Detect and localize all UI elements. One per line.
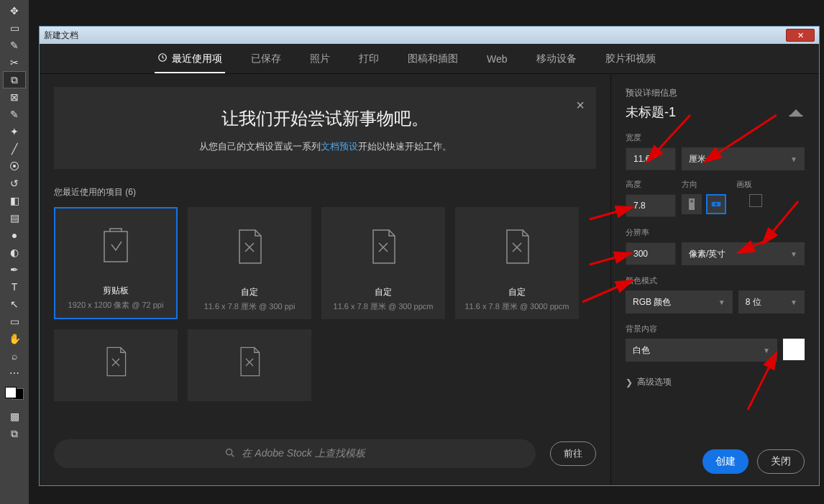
chevron-down-icon: ▼ [790, 250, 797, 258]
tool-more[interactable]: ⋯ [4, 365, 25, 381]
svg-rect-1 [104, 232, 127, 262]
tab-recent[interactable]: 最近使用项 [155, 45, 225, 73]
tool-eyedropper[interactable]: ✎ [4, 106, 25, 122]
chevron-down-icon: ▼ [790, 298, 797, 306]
preset-card[interactable] [54, 329, 178, 401]
category-tabs: 最近使用项 已保存 照片 打印 图稿和插图 Web 移动设备 胶片和视频 [40, 44, 819, 74]
preset-card[interactable]: 剪贴板 1920 x 1200 像素 @ 72 ppi [54, 207, 178, 319]
tool-eraser[interactable]: ◧ [4, 193, 25, 209]
bitdepth-select[interactable]: 8 位 ▼ [738, 290, 805, 313]
tool-history[interactable]: ↺ [4, 175, 25, 191]
background-color-swatch[interactable] [783, 339, 805, 360]
tool-frame[interactable]: ⊠ [4, 89, 25, 105]
width-input[interactable]: 11.6 [626, 147, 676, 170]
tool-marquee[interactable]: ▭ [4, 20, 25, 36]
chevron-right-icon: ❯ [626, 377, 633, 388]
colormode-select[interactable]: RGB 颜色 ▼ [626, 290, 733, 313]
templates-panel: × 让我们开始尝试新事物吧。 从您自己的文档设置或一系列文档预设开始以快速开始工… [40, 74, 610, 485]
tool-shape[interactable]: ▭ [4, 313, 25, 329]
details-header: 预设详细信息 [626, 87, 805, 99]
tab-saved[interactable]: 已保存 [248, 45, 284, 73]
resolution-input[interactable]: 300 [626, 242, 676, 265]
preset-card[interactable]: 自定 11.6 x 7.8 厘米 @ 300 ppi [188, 207, 311, 319]
tool-text[interactable]: T [4, 279, 25, 295]
doc-presets-link[interactable]: 文档预设 [321, 141, 358, 152]
tool-quickmask[interactable]: ▩ [4, 408, 25, 424]
tab-web[interactable]: Web [484, 46, 511, 72]
preset-details-panel: 预设详细信息 未标题-1 宽度 11.6 厘米 ▼ 高度 方向 画板 [610, 74, 819, 485]
dialog-title: 新建文档 [44, 29, 78, 42]
tool-pen[interactable]: ✒ [4, 262, 25, 278]
svg-point-7 [715, 203, 717, 205]
height-input[interactable]: 7.8 [626, 194, 676, 217]
tool-quick-select[interactable]: ✂ [4, 55, 25, 70]
tool-hand[interactable]: ✋ [4, 331, 25, 347]
tool-path[interactable]: ↖ [4, 296, 25, 312]
document-name[interactable]: 未标题-1 [626, 104, 676, 121]
intro-title: 让我们开始尝试新事物吧。 [83, 107, 567, 130]
resolution-unit-select[interactable]: 像素/英寸 ▼ [682, 242, 805, 265]
chevron-down-icon: ▼ [718, 298, 725, 306]
search-icon [224, 447, 236, 461]
tool-screenmode[interactable]: ⧉ [4, 426, 25, 441]
tool-lasso[interactable]: ✎ [4, 37, 25, 53]
tab-print[interactable]: 打印 [356, 45, 382, 73]
orientation-landscape[interactable] [706, 194, 726, 214]
svg-rect-3 [789, 115, 803, 116]
tools-toolbar: ✥ ▭ ✎ ✂ ⧉ ⊠ ✎ ✦ ╱ ⦿ ↺ ◧ ▤ ● ◐ ✒ T ↖ ▭ ✋ … [0, 0, 29, 504]
preset-card[interactable]: 自定 11.6 x 7.8 厘米 @ 300 ppcm [321, 207, 445, 319]
stock-go-button[interactable]: 前往 [550, 441, 596, 466]
new-document-dialog: 新建文档 ✕ 最近使用项 已保存 照片 打印 图稿和插图 Web 移动设备 胶片… [39, 26, 820, 486]
advanced-options-toggle[interactable]: ❯ 高级选项 [626, 376, 805, 388]
svg-point-5 [690, 200, 693, 203]
unit-select[interactable]: 厘米 ▼ [682, 147, 805, 170]
clock-icon [157, 52, 168, 65]
recent-grid-row2 [54, 329, 596, 401]
preset-card[interactable] [188, 329, 311, 401]
tool-dodge[interactable]: ◐ [4, 244, 25, 260]
chevron-down-icon: ▼ [763, 347, 770, 354]
intro-subtitle: 从您自己的文档设置或一系列文档预设开始以快速开始工作。 [83, 140, 567, 153]
tool-move[interactable]: ✥ [4, 3, 25, 19]
tab-film[interactable]: 胶片和视频 [603, 45, 659, 73]
tool-gradient[interactable]: ▤ [4, 210, 25, 226]
close-button[interactable]: 关闭 [757, 449, 805, 474]
tool-brush[interactable]: ╱ [4, 141, 25, 157]
color-swatch[interactable] [5, 387, 24, 400]
svg-point-2 [226, 449, 232, 454]
dialog-close-button[interactable]: ✕ [786, 29, 815, 42]
chevron-down-icon: ▼ [790, 155, 797, 163]
intro-card: × 让我们开始尝试新事物吧。 从您自己的文档设置或一系列文档预设开始以快速开始工… [54, 87, 596, 169]
dialog-titlebar: 新建文档 ✕ [40, 27, 819, 44]
preset-card[interactable]: 自定 11.6 x 7.8 厘米 @ 3000 ppcm [455, 207, 579, 319]
artboard-checkbox[interactable] [749, 194, 762, 207]
background-select[interactable]: 白色 ▼ [626, 339, 777, 362]
stock-search-input[interactable]: 在 Adobe Stock 上查找模板 [54, 439, 536, 468]
save-preset-icon[interactable] [787, 106, 805, 119]
tool-stamp[interactable]: ⦿ [4, 158, 25, 174]
tab-illustration[interactable]: 图稿和插图 [405, 45, 461, 73]
tab-photo[interactable]: 照片 [307, 45, 333, 73]
recent-items-label: 您最近使用的项目 (6) [54, 186, 596, 198]
tab-mobile[interactable]: 移动设备 [534, 45, 580, 73]
tool-healing[interactable]: ✦ [4, 124, 25, 139]
tool-blur[interactable]: ● [4, 227, 25, 243]
recent-grid: 剪贴板 1920 x 1200 像素 @ 72 ppi 自定 11.6 x 7.… [54, 207, 596, 319]
intro-close-button[interactable]: × [576, 97, 585, 114]
tool-crop[interactable]: ⧉ [4, 72, 25, 88]
tool-zoom[interactable]: ⌕ [4, 348, 25, 364]
create-button[interactable]: 创建 [702, 449, 749, 474]
orientation-portrait[interactable] [682, 194, 702, 214]
